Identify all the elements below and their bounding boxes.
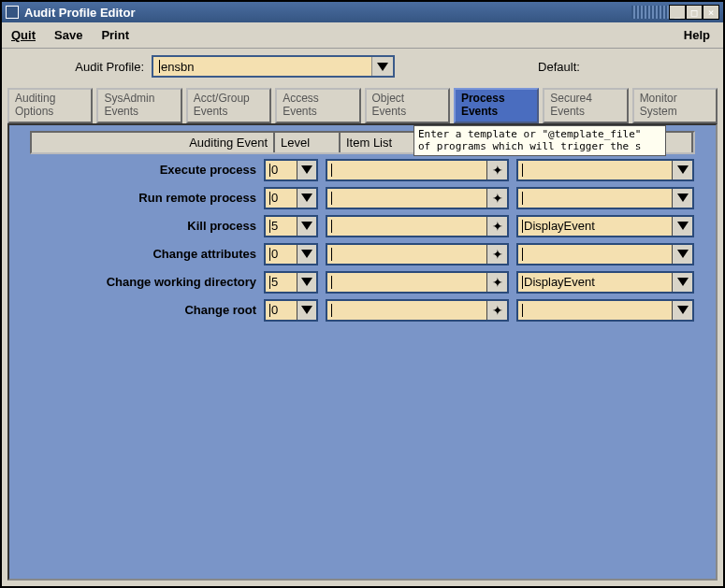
event-script-dropdown-button[interactable] bbox=[672, 217, 692, 236]
item-list-input[interactable] bbox=[327, 161, 486, 179]
star-icon: ✦ bbox=[492, 248, 503, 261]
tab-bar: Auditing OptionsSysAdmin EventsAcct/Grou… bbox=[2, 84, 723, 123]
audit-profile-editor-window: Audit Profile Editor _ □ × Quit Save Pri… bbox=[0, 0, 725, 588]
event-script-dropdown-button[interactable] bbox=[672, 245, 692, 264]
tab-process-events[interactable]: Process Events bbox=[454, 88, 539, 123]
menu-quit[interactable]: Quit bbox=[11, 28, 36, 42]
level-select[interactable]: 5 bbox=[264, 215, 318, 237]
level-dropdown-button[interactable] bbox=[297, 217, 316, 236]
level-dropdown-button[interactable] bbox=[297, 161, 316, 179]
item-list-input[interactable] bbox=[327, 301, 486, 320]
level-select[interactable]: 0 bbox=[264, 299, 318, 322]
audit-profile-input[interactable]: ensbn bbox=[153, 57, 372, 76]
window-menu-icon[interactable] bbox=[6, 6, 19, 19]
tab-monitor-system[interactable]: Monitor System bbox=[632, 88, 718, 123]
item-list-dropdown-button[interactable]: ✦ bbox=[486, 161, 507, 179]
level-select[interactable]: 0 bbox=[264, 159, 318, 181]
item-list-select[interactable]: ✦ bbox=[326, 215, 509, 237]
maximize-button[interactable]: □ bbox=[686, 5, 703, 20]
event-script-dropdown-button[interactable] bbox=[672, 273, 692, 292]
chevron-down-icon bbox=[677, 222, 689, 230]
tab-object-events[interactable]: Object Events bbox=[365, 88, 450, 123]
item-list-select[interactable]: ✦ bbox=[326, 299, 509, 322]
event-script-dropdown-button[interactable] bbox=[672, 189, 692, 208]
chevron-down-icon bbox=[677, 278, 689, 286]
item-list-select[interactable]: ✦ bbox=[326, 187, 509, 209]
level-input[interactable]: 5 bbox=[266, 273, 297, 292]
level-input[interactable]: 0 bbox=[266, 189, 297, 208]
item-list-dropdown-button[interactable]: ✦ bbox=[486, 189, 507, 208]
event-script-input[interactable]: DisplayEvent bbox=[518, 217, 672, 236]
titlebar-decoration bbox=[631, 6, 669, 19]
item-list-dropdown-button[interactable]: ✦ bbox=[486, 273, 507, 292]
level-input[interactable]: 0 bbox=[266, 245, 297, 264]
event-script-dropdown-button[interactable] bbox=[672, 161, 692, 179]
event-row: Change attributes0✦ bbox=[19, 242, 706, 266]
level-input[interactable]: 0 bbox=[266, 161, 297, 179]
level-dropdown-button[interactable] bbox=[297, 301, 316, 320]
event-label: Run remote process bbox=[19, 191, 264, 205]
event-script-dropdown-button[interactable] bbox=[672, 301, 692, 320]
item-list-input[interactable] bbox=[327, 189, 486, 208]
chevron-down-icon bbox=[677, 165, 689, 174]
rows-container: Execute process0✦Run remote process0✦Kil… bbox=[19, 158, 706, 323]
chevron-down-icon bbox=[301, 278, 312, 286]
event-script-select[interactable] bbox=[516, 243, 694, 265]
audit-profile-dropdown-button[interactable] bbox=[372, 57, 393, 76]
tab-access-events[interactable]: Access Events bbox=[275, 88, 360, 123]
event-script-select[interactable] bbox=[516, 187, 694, 209]
item-list-input[interactable] bbox=[327, 217, 486, 236]
chevron-down-icon bbox=[677, 306, 689, 314]
chevron-down-icon bbox=[677, 194, 689, 202]
titlebar: Audit Profile Editor _ □ × bbox=[2, 2, 723, 22]
level-dropdown-button[interactable] bbox=[297, 273, 316, 292]
tab-sysadmin-events[interactable]: SysAdmin Events bbox=[96, 88, 181, 123]
event-script-input[interactable] bbox=[518, 161, 672, 179]
event-script-input[interactable] bbox=[518, 301, 672, 320]
level-select[interactable]: 5 bbox=[264, 271, 318, 294]
event-script-select[interactable] bbox=[516, 159, 694, 181]
level-dropdown-button[interactable] bbox=[297, 245, 316, 264]
close-button[interactable]: × bbox=[703, 5, 719, 20]
item-list-dropdown-button[interactable]: ✦ bbox=[486, 245, 507, 264]
menu-help[interactable]: Help bbox=[684, 28, 710, 42]
item-list-select[interactable]: ✦ bbox=[326, 243, 509, 265]
star-icon: ✦ bbox=[492, 164, 503, 177]
menu-print[interactable]: Print bbox=[101, 28, 129, 42]
event-script-select[interactable]: DisplayEvent bbox=[516, 215, 694, 237]
level-input[interactable]: 5 bbox=[266, 217, 297, 236]
star-icon: ✦ bbox=[492, 220, 503, 233]
event-script-input[interactable] bbox=[518, 245, 672, 264]
chevron-down-icon bbox=[301, 222, 312, 230]
event-row: Run remote process0✦ bbox=[19, 186, 706, 210]
item-list-input[interactable] bbox=[327, 273, 486, 292]
chevron-down-icon bbox=[301, 194, 312, 202]
tab-acct/group-events[interactable]: Acct/Group Events bbox=[186, 88, 271, 123]
event-script-select[interactable]: DisplayEvent bbox=[516, 271, 694, 294]
audit-profile-select[interactable]: ensbn bbox=[152, 55, 395, 78]
level-select[interactable]: 0 bbox=[264, 187, 318, 209]
item-list-input[interactable] bbox=[327, 245, 486, 264]
item-list-select[interactable]: ✦ bbox=[326, 159, 509, 181]
event-row: Kill process5✦DisplayEvent bbox=[19, 214, 706, 238]
chevron-down-icon bbox=[377, 63, 388, 71]
item-list-dropdown-button[interactable]: ✦ bbox=[486, 301, 507, 320]
event-label: Change root bbox=[19, 303, 264, 317]
menu-save[interactable]: Save bbox=[54, 28, 82, 42]
header-level: Level bbox=[275, 133, 341, 152]
event-row: Execute process0✦ bbox=[19, 158, 706, 182]
item-list-select[interactable]: ✦ bbox=[326, 271, 509, 294]
tab-secure4-events[interactable]: Secure4 Events bbox=[543, 88, 628, 123]
minimize-button[interactable]: _ bbox=[669, 5, 686, 20]
tab-auditing-options[interactable]: Auditing Options bbox=[7, 88, 93, 123]
profile-row: Audit Profile: ensbn Default: bbox=[2, 49, 723, 84]
event-label: Execute process bbox=[19, 163, 264, 177]
level-dropdown-button[interactable] bbox=[297, 189, 316, 208]
event-script-select[interactable] bbox=[516, 299, 694, 322]
item-list-dropdown-button[interactable]: ✦ bbox=[486, 217, 507, 236]
event-script-input[interactable] bbox=[518, 189, 672, 208]
level-select[interactable]: 0 bbox=[264, 243, 318, 265]
chevron-down-icon bbox=[677, 250, 689, 258]
event-script-input[interactable]: DisplayEvent bbox=[518, 273, 672, 292]
level-input[interactable]: 0 bbox=[266, 301, 297, 320]
